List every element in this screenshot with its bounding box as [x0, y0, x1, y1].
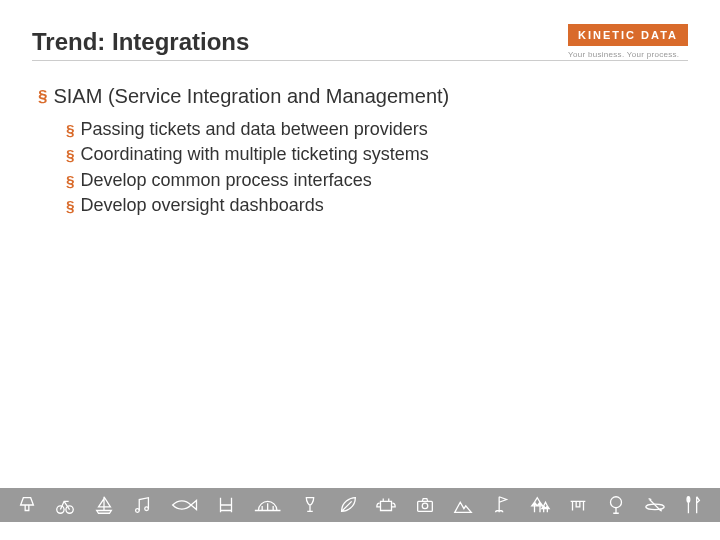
- brand-tagline: Your business. Your process.: [568, 50, 688, 59]
- bullet-level2: § Develop oversight dashboards: [66, 195, 688, 216]
- bullet-level2-group: § Passing tickets and data between provi…: [38, 119, 688, 217]
- section-bullet-icon: §: [66, 195, 75, 216]
- mountain-icon: [452, 494, 474, 516]
- slide-content: § SIAM (Service Integration and Manageme…: [32, 85, 688, 216]
- kayak-icon: [644, 494, 666, 516]
- logo-block: KINETIC DATA Your business. Your process…: [568, 24, 688, 59]
- footer-decorative-band: [0, 488, 720, 522]
- cow-icon: [375, 494, 397, 516]
- section-bullet-icon: §: [38, 85, 47, 109]
- sailboat-icon: [93, 494, 115, 516]
- bicycle-icon: [54, 494, 76, 516]
- bullet-level2-text: Develop oversight dashboards: [81, 195, 324, 216]
- music-note-icon: [131, 494, 153, 516]
- tree-icon: [605, 494, 627, 516]
- bullet-level2: § Coordinating with multiple ticketing s…: [66, 144, 688, 165]
- camera-icon: [414, 494, 436, 516]
- leaf-icon: [337, 494, 359, 516]
- golf-flag-icon: [490, 494, 512, 516]
- bullet-level1-text: SIAM (Service Integration and Management…: [53, 85, 449, 108]
- bullet-level2-text: Passing tickets and data between provide…: [81, 119, 428, 140]
- bullet-level2: § Develop common process interfaces: [66, 170, 688, 191]
- section-bullet-icon: §: [66, 144, 75, 165]
- trees-icon: [529, 494, 551, 516]
- chair-icon: [215, 494, 237, 516]
- bullet-level2-text: Coordinating with multiple ticketing sys…: [81, 144, 429, 165]
- bullet-level2-text: Develop common process interfaces: [81, 170, 372, 191]
- lamp-icon: [16, 494, 38, 516]
- svg-point-2: [136, 509, 140, 513]
- bullet-level2: § Passing tickets and data between provi…: [66, 119, 688, 140]
- table-icon: [567, 494, 589, 516]
- wine-glass-icon: [299, 494, 321, 516]
- section-bullet-icon: §: [66, 170, 75, 191]
- fish-icon: [169, 494, 198, 516]
- brand-logo: KINETIC DATA: [568, 24, 688, 46]
- bridge-icon: [253, 494, 282, 516]
- svg-point-6: [611, 497, 622, 508]
- bullet-level1: § SIAM (Service Integration and Manageme…: [38, 85, 688, 109]
- section-bullet-icon: §: [66, 119, 75, 140]
- slide: KINETIC DATA Your business. Your process…: [0, 0, 720, 540]
- svg-point-3: [145, 507, 149, 511]
- utensils-icon: [682, 494, 704, 516]
- title-rule: [32, 60, 688, 61]
- svg-point-5: [422, 503, 428, 509]
